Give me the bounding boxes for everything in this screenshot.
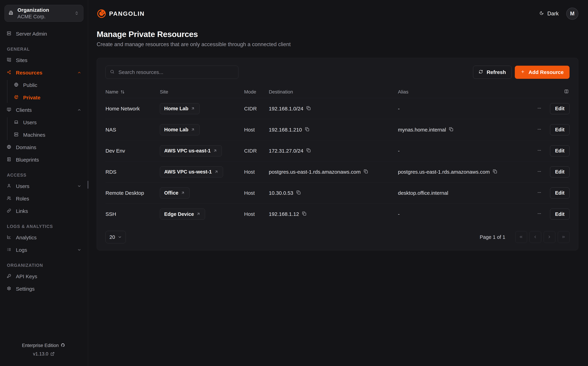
copy-destination-button[interactable]: [302, 212, 307, 217]
version-label: v1.13.0: [33, 351, 48, 357]
edit-button[interactable]: Edit: [550, 103, 570, 114]
site-link-button[interactable]: AWS VPC us-east-1: [160, 145, 222, 156]
next-page-button[interactable]: [544, 231, 555, 243]
page-title: Manage Private Resources: [97, 29, 578, 39]
row-menu-button[interactable]: [536, 147, 544, 154]
sidebar-item-api-keys[interactable]: API Keys: [0, 270, 88, 283]
user-icon: [7, 184, 12, 189]
moon-icon: [539, 11, 545, 16]
chevrons-right-icon: [561, 235, 566, 239]
sidebar-item-analytics[interactable]: Analytics: [0, 231, 88, 244]
edition-label: Enterprise Edition: [22, 343, 59, 348]
copy-icon: [305, 127, 310, 132]
org-selector[interactable]: Organization ACME Corp.: [5, 5, 83, 22]
table-body: Home Network Home Lab CIDR 192.168.1.0/2…: [105, 98, 570, 225]
copy-destination-button[interactable]: [306, 148, 312, 153]
sidebar: Organization ACME Corp. Server Admin GEN…: [0, 0, 88, 366]
site-link-button[interactable]: Home Lab: [160, 124, 199, 135]
resource-alias: desktop.office.internal: [398, 190, 448, 196]
chevron-up-icon: [77, 108, 82, 112]
column-header-name[interactable]: Name: [105, 89, 160, 95]
sidebar-item-sites[interactable]: Sites: [0, 54, 88, 67]
column-header-alias: Alias: [398, 89, 518, 95]
resources-subgroup: Public Private: [0, 79, 88, 104]
copy-alias-button[interactable]: [493, 169, 498, 175]
edit-button[interactable]: Edit: [550, 188, 570, 198]
resource-alias: postgres.us-east-1.rds.amazonaws.com: [398, 169, 490, 175]
top-bar: PANGOLIN Dark M: [97, 8, 578, 20]
first-page-button[interactable]: [515, 231, 527, 243]
resource-name: RDS: [105, 169, 160, 175]
search-input[interactable]: [118, 69, 234, 75]
avatar[interactable]: M: [566, 8, 578, 20]
copy-destination-button[interactable]: [296, 191, 301, 196]
row-menu-button[interactable]: [536, 211, 544, 218]
copy-destination-button[interactable]: [306, 106, 312, 111]
row-menu-button[interactable]: [536, 126, 544, 133]
resource-name: SSH: [105, 211, 160, 217]
ellipsis-icon: [537, 212, 542, 217]
row-menu-button[interactable]: [536, 105, 544, 112]
resource-destination: 192.168.1.210: [269, 127, 302, 133]
column-visibility-button[interactable]: [518, 89, 570, 94]
site-link-button[interactable]: Office: [160, 188, 190, 198]
copy-alias-button[interactable]: [449, 127, 454, 132]
copy-destination-button[interactable]: [364, 169, 369, 175]
edit-button[interactable]: Edit: [550, 209, 570, 220]
site-link-button[interactable]: Home Lab: [160, 103, 199, 114]
sidebar-item-blueprints[interactable]: Blueprints: [0, 154, 88, 166]
sidebar-item-links[interactable]: Links: [0, 205, 88, 217]
sidebar-item-domains[interactable]: Domains: [0, 141, 88, 154]
resource-mode: Host: [244, 127, 269, 133]
sidebar-item-client-users[interactable]: Users: [0, 116, 88, 129]
row-menu-button[interactable]: [536, 168, 544, 175]
site-link-button[interactable]: Edge Device: [160, 209, 205, 220]
logs-icon: [7, 247, 12, 253]
sidebar-item-resources[interactable]: Resources: [0, 67, 88, 79]
sidebar-item-logs[interactable]: Logs: [0, 244, 88, 256]
refresh-button[interactable]: Refresh: [473, 66, 512, 79]
last-page-button[interactable]: [558, 231, 570, 243]
copy-icon: [364, 169, 369, 175]
section-label-access: ACCESS: [0, 173, 88, 178]
version-link[interactable]: v1.13.0: [0, 351, 88, 357]
refresh-icon: [479, 70, 484, 75]
brand-name: PANGOLIN: [109, 10, 145, 17]
previous-page-button[interactable]: [529, 231, 541, 243]
sidebar-item-roles[interactable]: Roles: [0, 192, 88, 205]
sidebar-item-server-admin[interactable]: Server Admin: [0, 28, 88, 40]
page-size-select[interactable]: 20: [105, 231, 126, 243]
external-link-icon: [50, 352, 55, 356]
add-resource-button[interactable]: Add Resource: [515, 66, 570, 79]
section-label-organization: ORGANIZATION: [0, 263, 88, 268]
row-menu-button[interactable]: [536, 189, 544, 197]
copy-destination-button[interactable]: [305, 127, 310, 132]
copy-icon: [296, 191, 301, 196]
sidebar-item-settings[interactable]: Settings: [0, 283, 88, 295]
brand[interactable]: PANGOLIN: [97, 9, 145, 18]
sites-icon: [7, 58, 12, 63]
column-header-destination: Destination: [269, 89, 398, 95]
sidebar-item-private[interactable]: Private: [0, 92, 88, 104]
resource-mode: Host: [244, 211, 269, 217]
clients-subgroup: Users Machines: [0, 116, 88, 141]
sidebar-item-machines[interactable]: Machines: [0, 129, 88, 141]
column-header-mode: Mode: [244, 89, 269, 95]
sidebar-item-public[interactable]: Public: [0, 79, 88, 92]
theme-label: Dark: [547, 11, 559, 17]
sidebar-scrollbar-thumb[interactable]: [88, 181, 88, 189]
edit-button[interactable]: Edit: [550, 145, 570, 156]
edit-button[interactable]: Edit: [550, 124, 570, 135]
sidebar-item-clients[interactable]: Clients: [0, 104, 88, 116]
resource-destination: 192.168.1.12: [269, 211, 299, 217]
link-icon: [7, 209, 12, 214]
server-icon: [14, 132, 19, 137]
plus-icon: [521, 70, 526, 75]
sidebar-item-users[interactable]: Users: [0, 180, 88, 192]
table-row: Remote Desktop Office Host 10.30.0.53 de…: [105, 183, 570, 204]
edition-link[interactable]: Enterprise Edition: [0, 343, 88, 348]
resource-mode: Host: [244, 190, 269, 196]
theme-toggle[interactable]: Dark: [539, 11, 559, 17]
edit-button[interactable]: Edit: [550, 166, 570, 177]
site-link-button[interactable]: AWS VPC us-west-1: [160, 166, 223, 177]
